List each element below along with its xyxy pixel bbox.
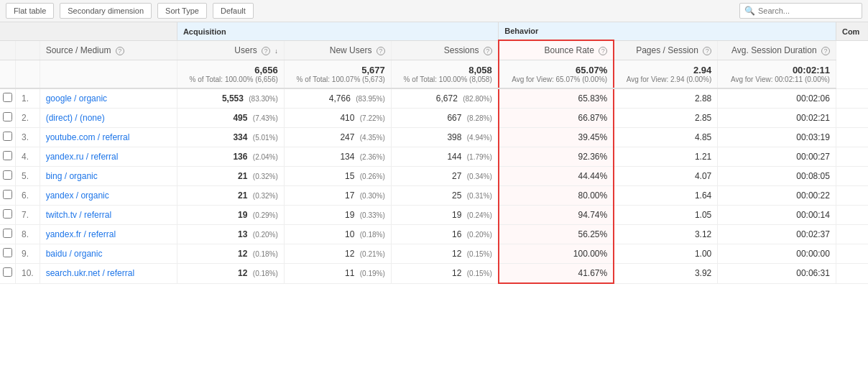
row-sessions: 12 (0.15%) <box>391 264 498 284</box>
th-bounce-rate: Bounce Rate ? <box>499 40 614 60</box>
row-new-users: 17 (0.30%) <box>284 186 391 206</box>
row-pages-session: 3.92 <box>614 264 718 284</box>
totals-bounce-rate-val: 65.07% <box>505 65 607 75</box>
row-pages-session: 1.64 <box>614 186 718 206</box>
row-new-users: 134 (2.36%) <box>284 147 391 167</box>
row-source[interactable]: baidu / organic <box>40 244 177 264</box>
row-checkbox[interactable] <box>0 244 16 264</box>
row-source[interactable]: (direct) / (none) <box>40 109 177 128</box>
totals-pages-session: 2.94 Avg for View: 2.94 (0.00%) <box>614 60 718 89</box>
row-select-checkbox[interactable] <box>3 229 12 238</box>
row-users: 12 (0.18%) <box>177 264 284 284</box>
avg-session-help-icon[interactable]: ? <box>821 47 830 55</box>
row-avg-session: 00:06:31 <box>718 264 836 284</box>
row-bounce-rate: 100.00% <box>499 244 614 264</box>
row-users: 136 (2.04%) <box>177 147 284 167</box>
pages-session-help-icon[interactable]: ? <box>703 47 711 55</box>
group-header-row: Acquisition Behavior Com <box>0 22 868 40</box>
row-checkbox[interactable] <box>0 167 16 186</box>
row-rank: 10. <box>16 264 40 284</box>
row-source[interactable]: twitch.tv / referral <box>40 206 177 225</box>
row-pages-session: 4.85 <box>614 128 718 147</box>
row-checkbox[interactable] <box>0 225 16 244</box>
default-button[interactable]: Default <box>213 3 254 19</box>
row-bounce-rate: 80.00% <box>499 186 614 206</box>
row-sessions: 16 (0.20%) <box>391 225 498 244</box>
row-sessions: 19 (0.24%) <box>391 206 498 225</box>
row-users: 21 (0.32%) <box>177 186 284 206</box>
row-source[interactable]: search.ukr.net / referral <box>40 264 177 284</box>
row-select-checkbox[interactable] <box>3 190 12 199</box>
row-select-checkbox[interactable] <box>3 209 12 219</box>
source-medium-label: Source / Medium <box>46 45 111 55</box>
flat-table-button[interactable]: Flat table <box>6 3 54 19</box>
row-users: 19 (0.29%) <box>177 206 284 225</box>
column-header-row: Source / Medium ? Users ? ↓ New Users ? … <box>0 40 868 60</box>
th-pages-session: Pages / Session ? <box>614 40 718 60</box>
row-avg-session: 00:02:21 <box>718 109 836 128</box>
row-checkbox[interactable] <box>0 88 16 109</box>
row-checkbox[interactable] <box>0 186 16 206</box>
row-new-users: 10 (0.18%) <box>284 225 391 244</box>
new-users-help-icon[interactable]: ? <box>377 47 385 55</box>
row-avg-session: 00:08:05 <box>718 167 836 186</box>
row-sessions: 25 (0.31%) <box>391 186 498 206</box>
totals-sessions: 8,058 % of Total: 100.00% (8,058) <box>391 60 498 89</box>
table-row: 3. youtube.com / referral 334 (5.01%) 24… <box>0 128 868 147</box>
totals-bounce-rate: 65.07% Avg for View: 65.07% (0.00%) <box>499 60 614 89</box>
group-com: Com <box>836 22 867 40</box>
row-select-checkbox[interactable] <box>3 132 12 141</box>
row-checkbox[interactable] <box>0 206 16 225</box>
search-input[interactable] <box>758 6 857 15</box>
source-help-icon[interactable]: ? <box>116 47 124 55</box>
analytics-table: Acquisition Behavior Com Source / Medium… <box>0 22 868 284</box>
secondary-dimension-button[interactable]: Secondary dimension <box>60 3 152 19</box>
users-help-icon[interactable]: ? <box>262 47 270 55</box>
row-pages-session: 1.21 <box>614 147 718 167</box>
row-pages-session: 1.00 <box>614 244 718 264</box>
totals-avg-session-sub: Avg for View: 00:02:11 (0.00%) <box>724 75 830 83</box>
row-new-users: 247 (4.35%) <box>284 128 391 147</box>
table-row: 6. yandex / organic 21 (0.32%) 17 (0.30%… <box>0 186 868 206</box>
row-source[interactable]: yandex.ru / referral <box>40 147 177 167</box>
row-avg-session: 00:02:37 <box>718 225 836 244</box>
row-rank: 4. <box>16 147 40 167</box>
row-source[interactable]: youtube.com / referral <box>40 128 177 147</box>
row-pages-session: 4.07 <box>614 167 718 186</box>
row-sessions: 12 (0.15%) <box>391 244 498 264</box>
row-source[interactable]: google / organic <box>40 88 177 109</box>
row-select-checkbox[interactable] <box>3 112 12 121</box>
row-source[interactable]: bing / organic <box>40 167 177 186</box>
row-select-checkbox[interactable] <box>3 93 12 102</box>
table-row: 1. google / organic 5,553 (83.30%) 4,766… <box>0 88 868 109</box>
row-select-checkbox[interactable] <box>3 267 12 277</box>
row-checkbox[interactable] <box>0 147 16 167</box>
row-checkbox[interactable] <box>0 128 16 147</box>
totals-new-users-sub: % of Total: 100.07% (5,673) <box>290 75 385 83</box>
totals-source <box>40 60 177 89</box>
totals-sessions-sub: % of Total: 100.00% (8,058) <box>397 75 492 83</box>
row-source[interactable]: yandex / organic <box>40 186 177 206</box>
totals-users-val: 6,656 <box>183 65 278 75</box>
sessions-help-icon[interactable]: ? <box>484 47 492 55</box>
row-avg-session: 00:02:06 <box>718 88 836 109</box>
row-source[interactable]: yandex.fr / referral <box>40 225 177 244</box>
bounce-rate-help-icon[interactable]: ? <box>599 47 607 55</box>
row-checkbox[interactable] <box>0 264 16 284</box>
row-sessions: 398 (4.94%) <box>391 128 498 147</box>
row-checkbox[interactable] <box>0 109 16 128</box>
group-behavior: Behavior <box>499 22 836 40</box>
row-select-checkbox[interactable] <box>3 170 12 180</box>
row-new-users: 4,766 (83.95%) <box>284 88 391 109</box>
th-rank <box>16 40 40 60</box>
sort-type-button[interactable]: Sort Type <box>157 3 207 19</box>
row-rank: 7. <box>16 206 40 225</box>
th-checkbox <box>0 40 16 60</box>
totals-users: 6,656 % of Total: 100.00% (6,656) <box>177 60 284 89</box>
row-select-checkbox[interactable] <box>3 151 12 160</box>
bounce-rate-label: Bounce Rate <box>544 45 594 55</box>
users-sort-icon[interactable]: ↓ <box>274 47 278 55</box>
row-rank: 8. <box>16 225 40 244</box>
totals-checkbox <box>0 60 16 89</box>
row-select-checkbox[interactable] <box>3 248 12 257</box>
